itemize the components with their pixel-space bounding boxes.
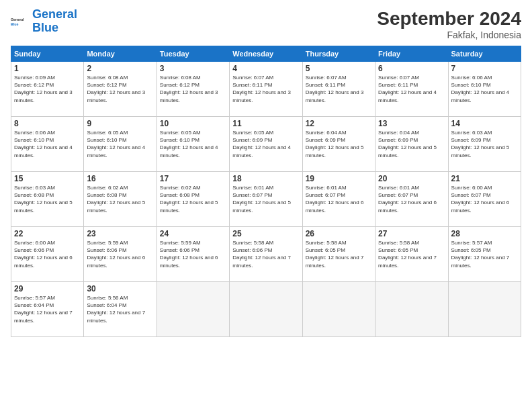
table-row <box>302 282 375 337</box>
daylight-text: Daylight: 12 hours and 4 minutes. <box>87 144 145 158</box>
logo-line1: General <box>32 7 77 21</box>
day-info: Sunrise: 6:07 AM Sunset: 6:11 PM Dayligh… <box>306 74 372 104</box>
col-saturday: Saturday <box>448 46 521 62</box>
day-info: Sunrise: 5:58 AM Sunset: 6:05 PM Dayligh… <box>378 239 445 269</box>
day-info: Sunrise: 6:01 AM Sunset: 6:07 PM Dayligh… <box>232 184 299 214</box>
calendar-week-row: 22 Sunrise: 6:00 AM Sunset: 6:06 PM Dayl… <box>11 227 521 282</box>
sunset-text: Sunset: 6:04 PM <box>14 302 54 308</box>
daylight-text: Daylight: 12 hours and 5 minutes. <box>160 199 218 213</box>
logo-text: General Blue <box>32 8 77 35</box>
sunset-text: Sunset: 6:07 PM <box>306 192 345 198</box>
day-number: 25 <box>232 229 299 238</box>
sunrise-text: Sunrise: 6:00 AM <box>14 240 55 246</box>
table-row: 24 Sunrise: 5:59 AM Sunset: 6:06 PM Dayl… <box>157 227 229 282</box>
table-row <box>448 282 521 337</box>
day-info: Sunrise: 6:04 AM Sunset: 6:09 PM Dayligh… <box>306 129 372 159</box>
sunset-text: Sunset: 6:09 PM <box>306 137 345 143</box>
day-number: 17 <box>160 174 226 183</box>
col-thursday: Thursday <box>302 46 375 62</box>
day-info: Sunrise: 6:00 AM Sunset: 6:06 PM Dayligh… <box>14 239 81 269</box>
table-row: 4 Sunrise: 6:07 AM Sunset: 6:11 PM Dayli… <box>230 62 302 117</box>
sunset-text: Sunset: 6:05 PM <box>306 247 345 253</box>
daylight-text: Daylight: 12 hours and 6 minutes. <box>306 199 364 213</box>
daylight-text: Daylight: 12 hours and 4 minutes. <box>14 144 73 158</box>
day-number: 14 <box>451 119 518 128</box>
day-info: Sunrise: 5:56 AM Sunset: 6:04 PM Dayligh… <box>87 294 153 324</box>
sunset-text: Sunset: 6:04 PM <box>87 302 126 308</box>
table-row: 26 Sunrise: 5:58 AM Sunset: 6:05 PM Dayl… <box>302 227 375 282</box>
daylight-text: Daylight: 12 hours and 7 minutes. <box>14 310 73 323</box>
day-number: 23 <box>87 229 153 238</box>
table-row: 23 Sunrise: 5:59 AM Sunset: 6:06 PM Dayl… <box>84 227 157 282</box>
day-number: 27 <box>378 229 445 238</box>
sunset-text: Sunset: 6:10 PM <box>87 137 126 143</box>
month-title: September 2024 <box>377 8 521 30</box>
day-info: Sunrise: 6:03 AM Sunset: 6:09 PM Dayligh… <box>451 129 518 159</box>
calendar-header-row: Sunday Monday Tuesday Wednesday Thursday… <box>11 46 521 62</box>
day-info: Sunrise: 6:01 AM Sunset: 6:07 PM Dayligh… <box>378 184 445 214</box>
sunrise-text: Sunrise: 5:57 AM <box>451 240 492 246</box>
sunrise-text: Sunrise: 6:05 AM <box>160 130 201 136</box>
table-row: 9 Sunrise: 6:05 AM Sunset: 6:10 PM Dayli… <box>84 117 157 172</box>
day-number: 18 <box>232 174 299 183</box>
table-row <box>157 282 229 337</box>
day-number: 15 <box>14 174 81 183</box>
day-number: 4 <box>232 64 299 73</box>
daylight-text: Daylight: 12 hours and 4 minutes. <box>160 144 218 158</box>
sunrise-text: Sunrise: 6:08 AM <box>87 75 128 81</box>
sunrise-text: Sunrise: 6:08 AM <box>160 75 201 81</box>
sunrise-text: Sunrise: 6:07 AM <box>378 75 419 81</box>
day-number: 9 <box>87 119 153 128</box>
daylight-text: Daylight: 12 hours and 6 minutes. <box>160 255 218 268</box>
daylight-text: Daylight: 12 hours and 5 minutes. <box>378 144 437 158</box>
table-row <box>375 282 448 337</box>
sunrise-text: Sunrise: 6:06 AM <box>14 130 55 136</box>
day-info: Sunrise: 5:57 AM Sunset: 6:04 PM Dayligh… <box>14 294 81 324</box>
calendar-table: Sunday Monday Tuesday Wednesday Thursday… <box>11 46 521 337</box>
table-row: 29 Sunrise: 5:57 AM Sunset: 6:04 PM Dayl… <box>11 282 84 337</box>
day-info: Sunrise: 6:05 AM Sunset: 6:10 PM Dayligh… <box>160 129 226 159</box>
sunrise-text: Sunrise: 5:58 AM <box>378 240 419 246</box>
calendar-week-row: 15 Sunrise: 6:03 AM Sunset: 6:08 PM Dayl… <box>11 172 521 227</box>
header: General Blue General Blue September 2024… <box>11 8 521 40</box>
col-friday: Friday <box>375 46 448 62</box>
day-info: Sunrise: 6:06 AM Sunset: 6:10 PM Dayligh… <box>451 74 518 104</box>
table-row: 30 Sunrise: 5:56 AM Sunset: 6:04 PM Dayl… <box>84 282 157 337</box>
daylight-text: Daylight: 12 hours and 3 minutes. <box>306 89 364 103</box>
day-info: Sunrise: 6:02 AM Sunset: 6:08 PM Dayligh… <box>87 184 153 214</box>
daylight-text: Daylight: 12 hours and 5 minutes. <box>306 144 364 158</box>
sunrise-text: Sunrise: 5:58 AM <box>232 240 273 246</box>
table-row: 15 Sunrise: 6:03 AM Sunset: 6:08 PM Dayl… <box>11 172 84 227</box>
location-subtitle: Fakfak, Indonesia <box>377 30 521 40</box>
col-wednesday: Wednesday <box>230 46 302 62</box>
col-tuesday: Tuesday <box>157 46 229 62</box>
sunrise-text: Sunrise: 6:05 AM <box>232 130 273 136</box>
col-sunday: Sunday <box>11 46 84 62</box>
day-info: Sunrise: 6:07 AM Sunset: 6:11 PM Dayligh… <box>232 74 299 104</box>
sunset-text: Sunset: 6:06 PM <box>87 247 126 253</box>
day-number: 6 <box>378 64 445 73</box>
daylight-text: Daylight: 12 hours and 4 minutes. <box>378 89 437 103</box>
calendar-week-row: 1 Sunrise: 6:09 AM Sunset: 6:12 PM Dayli… <box>11 62 521 117</box>
sunrise-text: Sunrise: 6:01 AM <box>232 185 273 191</box>
svg-text:Blue: Blue <box>11 21 18 26</box>
daylight-text: Daylight: 12 hours and 5 minutes. <box>14 199 73 213</box>
sunset-text: Sunset: 6:10 PM <box>160 137 200 143</box>
daylight-text: Daylight: 12 hours and 5 minutes. <box>232 199 291 213</box>
day-number: 3 <box>160 64 226 73</box>
day-number: 1 <box>14 64 81 73</box>
sunset-text: Sunset: 6:09 PM <box>232 137 272 143</box>
sunrise-text: Sunrise: 5:59 AM <box>87 240 128 246</box>
sunrise-text: Sunrise: 6:01 AM <box>378 185 419 191</box>
sunrise-text: Sunrise: 6:00 AM <box>451 185 492 191</box>
table-row: 8 Sunrise: 6:06 AM Sunset: 6:10 PM Dayli… <box>11 117 84 172</box>
day-number: 5 <box>306 64 372 73</box>
day-info: Sunrise: 6:08 AM Sunset: 6:12 PM Dayligh… <box>160 74 226 104</box>
page: General Blue General Blue September 2024… <box>0 0 532 411</box>
sunset-text: Sunset: 6:05 PM <box>451 247 491 253</box>
daylight-text: Daylight: 12 hours and 7 minutes. <box>451 255 510 268</box>
sunset-text: Sunset: 6:12 PM <box>160 82 200 88</box>
day-info: Sunrise: 6:01 AM Sunset: 6:07 PM Dayligh… <box>306 184 372 214</box>
day-number: 19 <box>306 174 372 183</box>
sunset-text: Sunset: 6:11 PM <box>378 82 418 88</box>
